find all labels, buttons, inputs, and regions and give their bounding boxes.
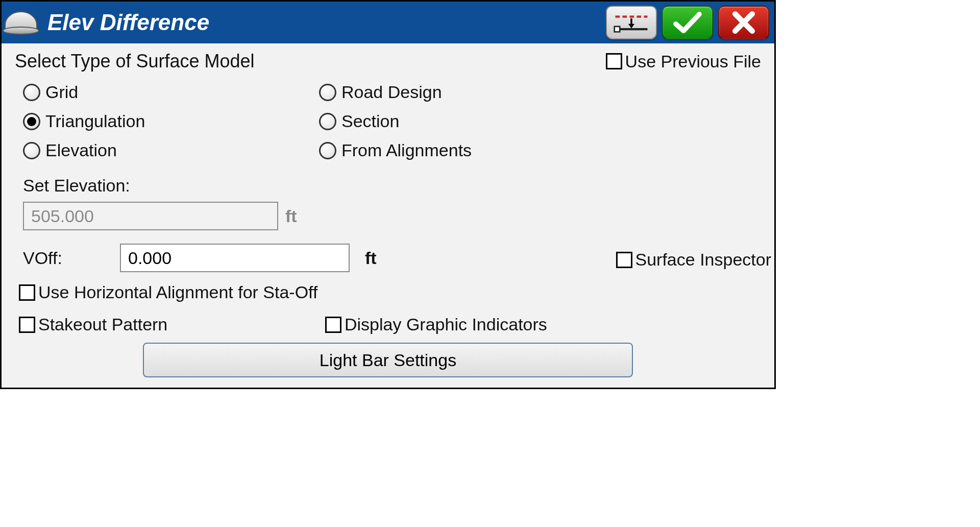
radio-label: Section [341,111,399,131]
checkbox-box-icon [616,252,632,268]
radio-circle-icon [23,142,40,159]
checkbox-box-icon [19,284,35,301]
voff-label: VOff: [23,248,105,268]
ok-button[interactable] [662,6,713,39]
settings-slider-icon [614,10,649,35]
settings-button[interactable] [606,6,657,39]
titlebar-actions [606,6,769,39]
set-elevation-input [23,202,278,230]
stakeout-pattern-label: Stakeout Pattern [38,315,167,334]
use-horizontal-checkbox[interactable]: Use Horizontal Alignment for Sta-Off [19,282,785,302]
radio-label: Elevation [45,140,117,160]
surface-model-radios: Grid Road Design Triangulation Section E… [23,82,761,160]
top-row: Select Type of Surface Model Use Previou… [15,51,761,72]
section-label: Select Type of Surface Model [15,51,255,72]
titlebar-left: Elev Difference [5,7,209,38]
use-horizontal-label: Use Horizontal Alignment for Sta-Off [38,282,317,302]
use-previous-file-label: Use Previous File [625,52,761,71]
use-previous-file-checkbox[interactable]: Use Previous File [606,52,761,71]
close-icon [729,11,758,34]
hardhat-icon [5,7,40,38]
voff-input[interactable] [120,244,350,272]
checkbox-box-icon [19,317,35,333]
checkbox-box-icon [606,53,622,69]
radio-label: Triangulation [45,111,145,131]
light-bar-settings-button[interactable]: Light Bar Settings [143,343,633,377]
radio-label: Grid [45,82,78,102]
radio-circle-icon [319,142,336,159]
radio-circle-icon [23,84,40,101]
radio-circle-icon [319,84,336,101]
display-indicators-label: Display Graphic Indicators [345,315,547,334]
svg-marker-4 [628,24,634,29]
lower-options: Use Horizontal Alignment for Sta-Off Sur… [19,282,761,334]
radio-section[interactable]: Section [319,111,646,131]
set-elevation-label: Set Elevation: [23,176,761,196]
surface-inspector-label: Surface Inspector [635,250,771,270]
radio-grid[interactable]: Grid [23,82,319,102]
radio-road-design[interactable]: Road Design [319,82,646,102]
dialog-content: Select Type of Surface Model Use Previou… [2,43,774,388]
radio-label: Road Design [341,82,442,102]
radio-circle-icon [23,113,40,130]
dialog-elev-difference: Elev Difference [0,0,776,389]
radio-triangulation[interactable]: Triangulation [23,111,319,131]
unit-label: ft [365,248,377,268]
cancel-button[interactable] [718,6,769,39]
radio-label: From Alignments [341,140,472,160]
radio-elevation[interactable]: Elevation [23,140,319,160]
radio-from-alignments[interactable]: From Alignments [319,140,646,160]
set-elevation-row: ft [23,202,761,230]
checkbox-box-icon [325,317,341,333]
titlebar: Elev Difference [2,2,774,43]
unit-label: ft [285,206,297,226]
svg-rect-2 [615,27,620,32]
surface-inspector-checkbox[interactable]: Surface Inspector [616,250,771,270]
window-title: Elev Difference [47,10,209,35]
display-indicators-checkbox[interactable]: Display Graphic Indicators [325,315,601,334]
stakeout-pattern-checkbox[interactable]: Stakeout Pattern [19,315,325,334]
radio-circle-icon [319,113,336,130]
checkmark-icon [672,10,703,35]
